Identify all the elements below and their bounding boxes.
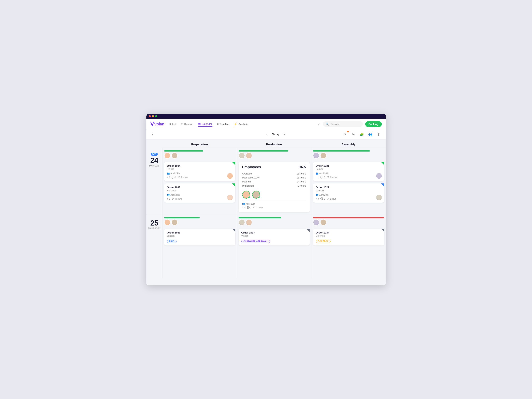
eye-icon: 👁 <box>352 133 355 136</box>
card-order-1031-asm[interactable]: Order 1031 Bakker 👥 April 24th ↑1 💬6 ⏱3 … <box>313 162 384 181</box>
nav-right: ⤢ 🔍 Backlog <box>318 121 382 127</box>
nav-analysis-label: Analysis <box>238 123 248 126</box>
nav-kanban-label: Kanban <box>184 123 193 126</box>
tag-approval-badge: CUSTOMER APPROVAL <box>241 240 270 243</box>
day-label-24: W17 24 MONDAY <box>146 148 162 215</box>
logo: Vvplan <box>150 121 164 127</box>
top-nav: Vvplan ≡ List ⊞ Kanban ▦ Calendar ≡ Time… <box>146 119 386 130</box>
emp-title: Employees <box>242 165 261 169</box>
day-row-thursday: 25 THURSDAY <box>146 215 386 279</box>
meta-comments: 💬5 <box>320 197 325 200</box>
card-meta-emp: ↑2 💬1 ⏱2 hours <box>242 206 306 209</box>
card-date: 👥 April 24th <box>167 194 232 196</box>
week-badge: W17 <box>151 153 158 156</box>
col-production-day2: Order 1037 Visser CUSTOMER APPROVAL <box>237 215 311 279</box>
corner-gray-icon <box>232 229 235 232</box>
search-input[interactable] <box>331 123 360 126</box>
day-number-25: 25 <box>150 219 158 227</box>
date-nav: ‹ Today › <box>265 132 286 137</box>
nav-timeline[interactable]: ≡ Timeline <box>216 122 230 126</box>
card-meta: ↑1 💬6 ⏱3 hours <box>316 176 381 179</box>
users-icon: 👥 <box>368 133 372 136</box>
corner-green-icon <box>232 162 235 165</box>
card-order-1034-asm[interactable]: Order 1034 De Vries CONTROL <box>313 229 384 245</box>
close-dot[interactable] <box>149 115 151 117</box>
minimize-dot[interactable] <box>152 115 154 117</box>
meta-time: ⏱1 hour <box>327 197 336 200</box>
meta-time: ⏱4 hours <box>171 197 182 200</box>
meta-tasks: ↑1 <box>316 176 319 179</box>
emp-row-value: 16 hours <box>297 172 306 176</box>
avatar-1 <box>164 152 171 159</box>
delete-button[interactable]: 🗑 <box>376 131 382 137</box>
card-sub: Visser <box>241 235 307 237</box>
kanban-icon: ⊞ <box>181 122 183 126</box>
emp-row-label: Planned <box>242 180 251 184</box>
avatar-2 <box>171 152 178 159</box>
emp-row-unplanned: Unplanned 2 hours <box>242 184 306 188</box>
users-button[interactable]: 👥 <box>367 131 373 137</box>
shuffle-icon[interactable]: ⇄ <box>150 133 153 136</box>
day-number-24: 24 <box>150 157 158 164</box>
filter-button[interactable]: ▼ <box>342 131 348 137</box>
card-title: Order 1029 <box>316 186 381 189</box>
puzzle-icon: 🧩 <box>360 133 364 136</box>
card-date-emp: 👥 April 28th <box>242 202 306 205</box>
meta-tasks: ↑2 <box>242 206 245 209</box>
avatar-asm-d2-1 <box>313 219 319 225</box>
tag-prio-badge: PRIO <box>167 240 177 243</box>
col-header-assembly: Assembly <box>311 139 386 148</box>
progress-bar-asm-day1 <box>313 150 370 151</box>
card-title: Order 1034 <box>316 231 381 234</box>
col-assembly-day2: Order 1034 De Vries CONTROL <box>311 215 386 279</box>
avatars-row-asm-day1 <box>313 152 384 159</box>
search-bar[interactable]: 🔍 <box>323 121 363 127</box>
emp-header: Employees 94% <box>242 165 306 169</box>
nav-calendar[interactable]: ▦ Calendar <box>198 121 213 127</box>
prev-date-button[interactable]: ‹ <box>265 132 269 137</box>
expand-icon[interactable]: ⤢ <box>318 122 321 126</box>
col-header-preparation: Preparation <box>162 139 237 148</box>
card-order-1034-prep[interactable]: Order 1034 De Wit 👥 April 24th ↑2 💬1 ⏱2 … <box>164 162 235 181</box>
emp-avatars <box>242 191 306 199</box>
title-bar <box>146 114 386 119</box>
date-icon: 👥 <box>316 172 319 175</box>
backlog-button[interactable]: Backlog <box>365 121 382 127</box>
card-sub: Hofstede <box>167 189 232 192</box>
emp-row-value: 2 hours <box>298 184 306 188</box>
card-order-1037-prod[interactable]: Order 1037 Visser CUSTOMER APPROVAL <box>239 229 310 245</box>
maximize-dot[interactable] <box>155 115 157 117</box>
list-icon: ≡ <box>169 122 171 126</box>
meta-time: ⏱3 hours <box>327 176 337 179</box>
next-date-button[interactable]: › <box>283 132 286 137</box>
meta-comments: 💬1 <box>171 176 176 179</box>
corner-green-icon <box>381 162 384 165</box>
logo-v-icon: V <box>150 121 154 127</box>
card-employees[interactable]: Employees 94% Available 16 hours Plannab… <box>239 162 310 212</box>
avatars-row-prod-day1 <box>239 152 310 159</box>
day-row-monday: W17 24 MONDAY <box>146 148 386 215</box>
nav-list-label: List <box>172 123 176 126</box>
nav-list[interactable]: ≡ List <box>169 122 176 126</box>
avatar-asm-d2-2 <box>320 219 327 225</box>
card-avatar <box>227 195 233 200</box>
date-icon: 👥 <box>167 194 170 196</box>
col-preparation-day1: Order 1034 De Wit 👥 April 24th ↑2 💬1 ⏱2 … <box>163 148 237 215</box>
card-order-1029-asm[interactable]: Order 1029 Van Dijk 👥 April 28th ↑3 💬5 ⏱… <box>313 183 384 203</box>
card-meta: ↑3 💬5 ⏱1 hour <box>316 197 381 200</box>
emp-avatar-2-wrap <box>252 191 260 199</box>
eye-button[interactable]: 👁 <box>350 131 356 137</box>
nav-analysis[interactable]: ⚡ Analysis <box>234 122 248 126</box>
today-label: Today <box>272 133 279 136</box>
sub-nav-right: ▼ 👁 🧩 👥 🗑 <box>342 131 382 137</box>
avatars-row-prep-day1 <box>164 152 235 159</box>
card-sub: Bakker <box>316 168 381 170</box>
card-title: Order 1037 <box>167 186 232 189</box>
card-order-1039-prep[interactable]: Order 1039 Jansen PRIO <box>164 229 235 245</box>
emp-card-footer: 👥 April 28th ↑2 💬1 ⏱2 hours <box>242 201 306 209</box>
nav-kanban[interactable]: ⊞ Kanban <box>181 122 194 126</box>
card-order-1037-prep[interactable]: Order 1037 Hofstede 👥 April 24th ↑1 ⏱4 h… <box>164 183 235 203</box>
emp-row-planned: Planned 14 hours <box>242 180 306 184</box>
puzzle-button[interactable]: 🧩 <box>359 131 365 137</box>
day-name-thursday: THURSDAY <box>148 227 161 230</box>
